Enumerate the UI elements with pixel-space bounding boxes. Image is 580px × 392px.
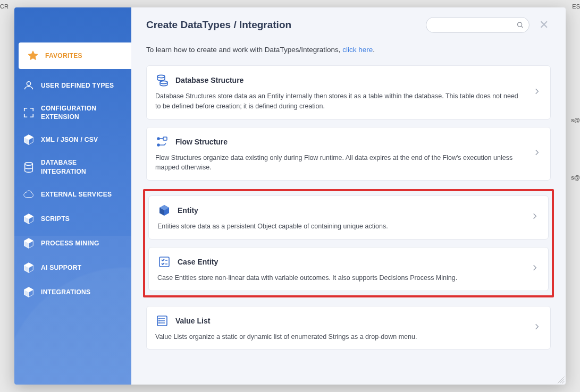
card-desc: Entities store data as a persistent Obje… [157, 221, 522, 232]
card-value-list[interactable]: Value List Value Lists organize a static… [146, 306, 551, 350]
search-box [426, 17, 529, 33]
bg-text-right: ES [572, 3, 580, 10]
card-desc: Value Lists organize a static or dynamic… [155, 332, 524, 342]
chevron-right-icon [531, 264, 539, 274]
card-database-structure[interactable]: Database Structure Database Structures s… [146, 65, 551, 120]
sidebar-item-label: USER DEFINED TYPES [41, 81, 114, 90]
svg-rect-6 [163, 137, 167, 140]
search-input[interactable] [426, 17, 529, 33]
checklist-icon [157, 255, 171, 269]
sidebar-item-external-services[interactable]: EXTERNAL SERVICES [14, 182, 131, 207]
svg-point-11 [159, 320, 159, 321]
cube-icon [23, 286, 35, 298]
main-panel: Create DataTypes / Integration ✕ To lear… [131, 7, 566, 385]
sidebar-item-label: EXTERNAL SERVICES [41, 190, 112, 199]
chevron-right-icon [533, 323, 541, 333]
svg-rect-8 [159, 257, 169, 267]
highlight-annotation: Entity Entities store data as a persiste… [143, 189, 554, 297]
user-icon [23, 80, 35, 91]
database-icon [23, 161, 35, 173]
cube-icon [23, 262, 35, 274]
sidebar-item-label: INTEGRATIONS [41, 288, 90, 296]
flow-icon [155, 135, 169, 149]
header: Create DataTypes / Integration ✕ [146, 17, 551, 33]
svg-point-10 [159, 318, 159, 319]
chevron-right-icon [533, 149, 541, 158]
bg-text-left: CR [0, 3, 9, 10]
sidebar-item-label: DATABASE INTEGRATION [41, 158, 123, 175]
sidebar-item-label: PROCESS MINING [41, 239, 99, 248]
card-title: Entity [178, 206, 198, 215]
cube-icon [23, 213, 35, 225]
card-desc: Case Entities store non-linear data with… [157, 273, 522, 283]
svg-point-12 [159, 322, 159, 323]
card-title: Case Entity [178, 258, 218, 266]
sidebar-item-label: SCRIPTS [41, 215, 70, 223]
card-title: Value List [175, 317, 210, 325]
resize-handle[interactable] [557, 376, 565, 384]
card-entity[interactable]: Entity Entities store data as a persiste… [148, 195, 549, 240]
sidebar-item-label: AI SUPPORT [41, 263, 81, 272]
cube3d-icon [157, 203, 171, 217]
card-title: Database Structure [175, 76, 243, 84]
cloud-icon [23, 189, 35, 200]
intro-prefix: To learn how to create and work with Dat… [146, 46, 342, 54]
close-button[interactable]: ✕ [537, 18, 551, 32]
bg-text-s2: s@ [571, 174, 580, 181]
sidebar-item-ai-support[interactable]: AI SUPPORT [14, 255, 131, 280]
star-icon [27, 50, 39, 62]
svg-point-1 [25, 162, 33, 165]
svg-point-7 [157, 144, 159, 146]
list-icon [155, 314, 169, 328]
intro-suffix: . [373, 46, 375, 54]
sidebar-item-integrations[interactable]: INTEGRATIONS [14, 280, 131, 304]
sidebar-item-user-defined-types[interactable]: USER DEFINED TYPES [14, 73, 131, 98]
sidebar-item-database-integration[interactable]: DATABASE INTEGRATION [14, 152, 131, 182]
sidebar-item-xml-json-csv[interactable]: XML / JSON / CSV [14, 127, 131, 152]
svg-point-2 [518, 22, 522, 27]
card-desc: Flow Structures organize data existing o… [155, 153, 524, 173]
sidebar-item-label: XML / JSON / CSV [41, 135, 98, 144]
sidebar-item-favorites[interactable]: FAVORITES [19, 42, 131, 69]
chevron-right-icon [531, 212, 539, 222]
svg-point-4 [160, 81, 167, 83]
card-case-entity[interactable]: Case Entity Case Entities store non-line… [148, 247, 549, 291]
cube-icon [23, 134, 35, 146]
card-desc: Database Structures store data as an Ent… [155, 91, 524, 112]
sidebar-item-label: FAVORITES [45, 52, 82, 60]
sidebar-item-configuration-extension[interactable]: CONFIGURATION EXTENSION [14, 98, 131, 127]
card-flow-structure[interactable]: Flow Structure Flow Structures organize … [146, 127, 551, 181]
card-title: Flow Structure [175, 138, 228, 146]
intro-link[interactable]: click here [342, 46, 373, 54]
card-list: Database Structure Database Structures s… [146, 65, 551, 350]
database-layers-icon [155, 73, 169, 87]
sidebar: FAVORITES USER DEFINED TYPES CONFIGURATI… [14, 7, 131, 385]
bg-text-s1: s@ [571, 117, 580, 123]
intro-text: To learn how to create and work with Dat… [146, 46, 551, 54]
sidebar-item-process-mining[interactable]: PROCESS MINING [14, 231, 131, 255]
sidebar-item-label: CONFIGURATION EXTENSION [41, 104, 123, 121]
cube-icon [23, 237, 35, 249]
svg-point-5 [157, 138, 159, 140]
expand-icon [23, 107, 35, 118]
chevron-right-icon [533, 88, 541, 97]
page-title: Create DataTypes / Integration [146, 19, 291, 31]
svg-point-3 [157, 75, 165, 78]
create-datatypes-modal: FAVORITES USER DEFINED TYPES CONFIGURATI… [14, 7, 566, 385]
search-icon[interactable] [516, 21, 524, 29]
svg-point-0 [27, 82, 30, 86]
sidebar-item-scripts[interactable]: SCRIPTS [14, 207, 131, 231]
